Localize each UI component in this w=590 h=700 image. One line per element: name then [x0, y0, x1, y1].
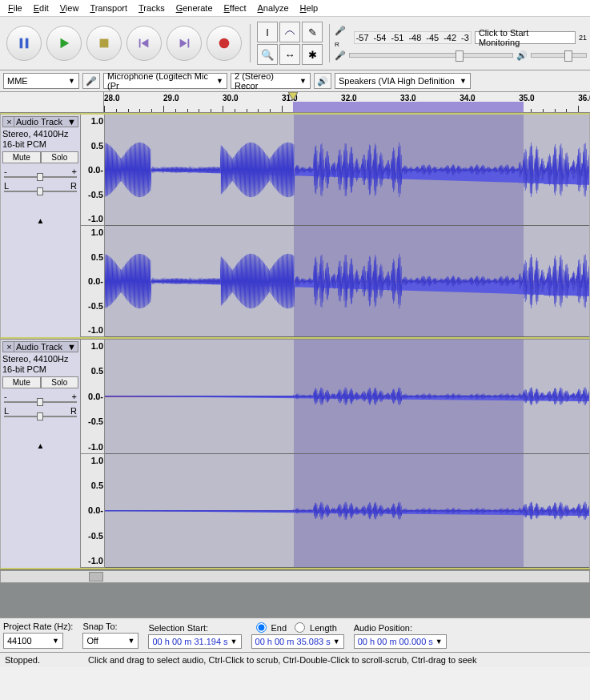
- skip-start-button[interactable]: [126, 26, 162, 61]
- zoom-tool-icon[interactable]: 🔍: [257, 44, 278, 65]
- pause-button[interactable]: [6, 26, 42, 61]
- menu-transport[interactable]: Transport: [85, 2, 132, 14]
- snap-to-dropdown[interactable]: Off▼: [82, 633, 138, 649]
- project-rate-label: Project Rate (Hz):: [3, 622, 73, 631]
- meter-tick: -45: [426, 33, 439, 42]
- track-1-gain-slider[interactable]: -+: [4, 167, 77, 178]
- track-1-solo-button[interactable]: Solo: [41, 151, 79, 163]
- track-1-close-icon[interactable]: ×: [5, 117, 14, 127]
- svg-marker-5: [141, 39, 148, 48]
- menu-tracks[interactable]: Tracks: [134, 2, 170, 14]
- edit-tools: I ✎ 🔍 ↔ ✱: [255, 20, 324, 66]
- track-1-pan-slider[interactable]: LR: [4, 181, 77, 192]
- track-2-close-icon[interactable]: ×: [5, 342, 14, 352]
- svg-marker-6: [180, 39, 187, 48]
- status-hint: Click and drag to select audio, Ctrl-Cli…: [88, 655, 476, 665]
- timeshift-tool-icon[interactable]: ↔: [279, 44, 300, 65]
- status-bar: Stopped. Click and drag to select audio,…: [0, 652, 590, 667]
- length-radio[interactable]: [295, 622, 305, 633]
- status-state: Stopped.: [5, 655, 40, 665]
- audio-position-label: Audio Position:: [354, 623, 447, 633]
- track-1: × Audio Track ▼ Stereo, 44100Hz16-bit PC…: [0, 113, 590, 339]
- recording-channels-dropdown[interactable]: 2 (Stereo) Recor▼: [231, 73, 311, 89]
- selection-toolbar: Project Rate (Hz): 44100▼ Snap To: Off▼ …: [0, 618, 590, 652]
- chevron-down-icon[interactable]: ▼: [67, 342, 76, 352]
- track-2-waveform[interactable]: [105, 340, 589, 568]
- menu-generate[interactable]: Generate: [171, 2, 218, 14]
- meter-tick: -42: [444, 33, 456, 42]
- envelope-tool-icon[interactable]: [279, 22, 300, 42]
- svg-rect-7: [188, 39, 190, 48]
- menu-edit[interactable]: Edit: [29, 2, 54, 14]
- track-1-waveform[interactable]: [105, 115, 589, 337]
- track-2-menu[interactable]: × Audio Track ▼: [2, 341, 78, 352]
- project-rate-dropdown[interactable]: 44100▼: [3, 633, 63, 649]
- meter-tick: -57: [356, 33, 369, 42]
- stop-button[interactable]: [86, 26, 122, 61]
- track-2-format: Stereo, 44100Hz16-bit PCM: [2, 352, 78, 376]
- multi-tool-icon[interactable]: ✱: [302, 44, 323, 65]
- recording-device-dropdown[interactable]: Microphone (Logitech Mic (Pr▼: [103, 73, 227, 89]
- toolbar: I ✎ 🔍 ↔ ✱ 🎤R -57 -54 -51 -48 -45 -42 -3 …: [0, 17, 590, 70]
- track-2-title: Audio Track: [14, 342, 67, 352]
- timeline-ruler[interactable]: 28.029.030.031.032.033.034.035.036.0: [0, 92, 590, 113]
- meter-tick: -51: [391, 33, 403, 42]
- selection-start-input[interactable]: 00 h 00 m 31.194 s▼: [148, 634, 241, 649]
- track-1-scale: 1.00.50.0--0.5-1.0 1.00.50.0--0.5-1.0: [81, 115, 105, 337]
- svg-rect-1: [26, 38, 29, 49]
- menu-effect[interactable]: Effect: [219, 2, 251, 14]
- draw-tool-icon[interactable]: ✎: [302, 22, 323, 42]
- speaker-volume-icon: 🔊: [516, 50, 528, 61]
- track-1-format: Stereo, 44100Hz16-bit PCM: [2, 127, 78, 151]
- svg-marker-2: [61, 38, 70, 49]
- play-button[interactable]: [46, 26, 82, 61]
- track-2-solo-button[interactable]: Solo: [41, 376, 79, 388]
- menu-bar: File Edit View Transport Tracks Generate…: [0, 0, 590, 17]
- menu-file[interactable]: File: [3, 2, 27, 14]
- meter-tick: -3: [461, 33, 469, 42]
- start-monitoring-button[interactable]: Click to Start Monitoring: [475, 31, 576, 44]
- track-2-scale: 1.00.50.0--0.5-1.0 1.00.50.0--0.5-1.0: [81, 340, 105, 568]
- selection-end-input[interactable]: 00 h 00 m 35.083 s▼: [251, 634, 344, 649]
- chevron-down-icon[interactable]: ▼: [67, 117, 76, 127]
- audio-position-input[interactable]: 00 h 00 m 00.000 s▼: [354, 634, 447, 649]
- length-radio-label: Length: [310, 623, 337, 633]
- recording-volume-slider[interactable]: [349, 53, 513, 58]
- playback-device-dropdown[interactable]: Speakers (VIA High Definition▼: [335, 73, 471, 89]
- skip-end-button[interactable]: [167, 26, 202, 61]
- menu-help[interactable]: Help: [295, 2, 323, 14]
- menu-view[interactable]: View: [55, 2, 84, 14]
- track-1-collapse-button[interactable]: ▲: [2, 216, 78, 225]
- transport-controls: [3, 22, 245, 64]
- track-2-panel: × Audio Track ▼ Stereo, 44100Hz16-bit PC…: [1, 340, 81, 568]
- track-2-mute-button[interactable]: Mute: [2, 376, 41, 388]
- meter-tick: -48: [408, 33, 421, 42]
- track-1-menu[interactable]: × Audio Track ▼: [2, 116, 78, 127]
- svg-rect-0: [20, 38, 23, 49]
- selection-start-label: Selection Start:: [148, 623, 241, 633]
- meters: 🎤R -57 -54 -51 -48 -45 -42 -3 Click to S…: [335, 26, 587, 60]
- svg-rect-3: [100, 39, 109, 48]
- snap-to-label: Snap To:: [82, 622, 138, 631]
- audio-host-dropdown[interactable]: MME▼: [3, 73, 79, 89]
- track-2-pan-slider[interactable]: LR: [4, 406, 77, 417]
- menu-analyze[interactable]: Analyze: [252, 2, 293, 14]
- track-1-mute-button[interactable]: Mute: [2, 151, 41, 163]
- horizontal-scrollbar[interactable]: [0, 570, 590, 583]
- mic-meter-icon[interactable]: 🎤R: [335, 26, 351, 48]
- selection-tool-icon[interactable]: I: [257, 22, 278, 42]
- meter-end-tick: 21: [579, 34, 587, 42]
- track-1-title: Audio Track: [14, 117, 67, 127]
- playback-volume-slider[interactable]: [531, 53, 587, 58]
- recording-meter[interactable]: -57 -54 -51 -48 -45 -42 -3: [354, 31, 472, 44]
- meter-tick: -54: [374, 33, 387, 42]
- end-radio-label: End: [271, 623, 287, 633]
- mic-volume-icon: 🎤: [335, 50, 346, 61]
- svg-rect-4: [139, 39, 141, 48]
- track-1-panel: × Audio Track ▼ Stereo, 44100Hz16-bit PC…: [1, 115, 81, 337]
- svg-marker-9: [288, 92, 298, 100]
- track-2-collapse-button[interactable]: ▲: [2, 441, 78, 450]
- end-radio[interactable]: [256, 622, 267, 633]
- track-2-gain-slider[interactable]: -+: [4, 392, 77, 403]
- record-button[interactable]: [207, 26, 242, 61]
